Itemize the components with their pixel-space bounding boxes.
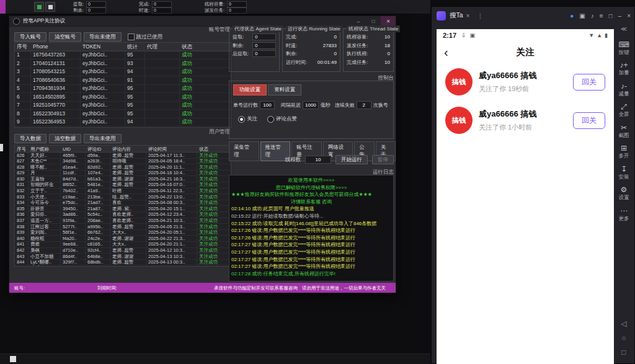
user-row[interactable]: 845 比瑶达 a89fe.. eb48.. 老师..超赞 2025-04-13… [15,265,231,267]
user-row[interactable]: 829 月 11cdf.. 107e4.. 老师..超赞 2025-04-16 … [15,171,231,177]
titlebar-tool-icon[interactable]: ● [570,12,574,19]
user-row[interactable]: 835 辞娇置 39450.. 21a87.. 老师..紫.. 2025-04-… [15,206,231,212]
column-header[interactable]: 状态 [197,146,229,152]
user-action-button[interactable]: 导出未使用 [84,134,122,143]
sidebar-tool[interactable]: ♪+ 加量 [618,61,629,77]
android-nav-button[interactable]: ○ [621,334,626,342]
column-header[interactable]: 评论ID [86,146,110,152]
user-action-button[interactable]: 导入数据 [14,134,47,143]
radio-option[interactable]: 关注 [238,115,257,123]
back-button[interactable]: ‹ [444,46,448,58]
android-nav-button[interactable]: □ [621,348,626,356]
follower-item[interactable]: 搞钱 威ya66666 搞钱 关注了你 19秒前 回关 [437,63,614,101]
emulator-titlebar[interactable]: 搜Ta × ⋮ ●▣♪≡□–× [432,7,634,24]
taskbar-icon[interactable] [45,2,55,12]
follow-back-button[interactable]: 回关 [573,112,605,129]
account-row[interactable]: 5 17094381934 eyJhbGci.. 95 成功 [15,85,231,94]
column-header[interactable]: TOKEN [81,43,125,51]
titlebar-tool-icon[interactable]: – [618,12,622,19]
pause-button[interactable]: 暂停 [372,155,394,164]
close-button[interactable]: ✕ [381,16,396,26]
user-row[interactable]: 834 今可乐今 e75dc.. 21ad7.. 喜欢 2025-04-08 0… [15,200,231,206]
column-header[interactable]: 评论内容 [110,146,146,152]
user-row[interactable]: 826 天天好.. 465f9.. d59a.. 老师..超赞 2025-04-… [15,153,231,159]
titlebar-tool-icon[interactable]: × [627,12,631,19]
user-action-button[interactable]: 清空数据 [49,134,81,143]
maximize-button[interactable]: □ [366,16,381,26]
account-row[interactable]: 8 16522304913 eyJhbGci.. 95 成功 [15,110,231,118]
column-header[interactable]: 统计 [125,43,145,51]
skip-used-checkbox[interactable] [128,33,135,40]
sidebar-tool[interactable]: ⊞ 多开 [618,144,629,160]
taskbar-app-icon[interactable] [10,356,16,362]
column-header[interactable]: UID [61,146,86,152]
avatar[interactable]: 搞钱 [445,107,473,134]
account-row[interactable]: 9 16522364953 eyJhbGci.. 94 成功 [15,118,231,127]
overlay-icon[interactable]: ⇩ [461,32,466,38]
kebab-menu-icon[interactable]: ⋮ [477,12,483,19]
user-row[interactable]: 839 爱刘闻.. 56f1e.. 6b762.. 大大x.. 2025-04-… [15,230,231,236]
user-row[interactable]: 833 小天使.. c19ae.. 213be.. 哇..超赞.. 2025-0… [15,194,231,200]
setting-input[interactable]: 100 [260,101,275,109]
emulator-tab[interactable]: 搜Ta [450,11,463,20]
column-header[interactable]: 代理 [145,43,180,51]
account-table[interactable]: 序号PhoneTOKEN统计代理状态 1 16756437263 eyJhbGc… [14,42,231,128]
sidebar-tool[interactable]: ⚙ 设置 [618,186,629,202]
follow-back-button[interactable]: 回关 [573,74,605,91]
column-header[interactable]: 序号 [15,146,29,152]
user-table[interactable]: 序号用户昵称UID评论ID评论内容评论时间状态 826 天天好.. 465f9.… [14,145,231,267]
collapse-icon[interactable]: ≪ [621,25,627,35]
user-row[interactable]: 840 糖棺框 f4a20.. 24c2e.. 老师..谢谢 2025-04-2… [15,236,231,242]
user-row[interactable]: 828 睡不醒.. d1ea4.. 82d92.. 老师..超赞 2025-04… [15,164,231,171]
avatar[interactable]: 搞钱 [445,68,473,95]
user-row[interactable]: 841 费磨 9ee68.. c8165.. 大大x.. 2025-04-20 … [15,242,231,248]
sidebar-tool[interactable]: ✂ 截图 [618,124,629,140]
column-header[interactable]: 评论时间 [146,146,197,152]
overlay-icon[interactable]: ▣ [470,32,476,38]
sidebar-tool[interactable]: ⋯ 更多 [618,207,629,223]
tab-close-icon[interactable]: × [466,12,470,19]
column-header[interactable]: Phone [31,43,81,51]
user-row[interactable]: 831 智糊的怀念 8f652.. 5481e.. 老师..超赞 2025-04… [15,182,231,189]
taskbar-icon[interactable] [34,2,44,12]
user-row[interactable]: 844 LyL*翻哪.. 329f7.. 68bdb.. 老师..超赞 2025… [15,260,231,266]
user-row[interactable]: 836 爱归你.. 3ad86.. 5c54c.. 喜欢老师.. 2025-04… [15,212,231,218]
column-header[interactable]: 用户昵称 [29,146,61,152]
android-nav-button[interactable]: ◁ [621,320,626,327]
sidebar-tool[interactable]: ⤢ 全屏 [618,103,629,118]
titlebar-tool-icon[interactable]: ♪ [591,12,594,19]
titlebar-tool-icon[interactable]: ▣ [579,12,585,19]
minimize-button[interactable]: – [351,16,366,26]
column-header[interactable]: 状态 [180,43,229,51]
account-row[interactable]: 6 16514502895 eyJhbGci.. 95 成功 [15,93,231,102]
titlebar-tool-icon[interactable]: ≡ [600,12,603,19]
account-row[interactable]: 3 17080543215 eyJhbGci.. 94 成功 [15,68,231,77]
user-row[interactable]: 842 枭棋 d710e.. 92cf4.. 老师..超赞 2025-04-12… [15,248,231,254]
sidebar-tool[interactable]: ♪- 减量 [618,82,629,98]
settings-tab[interactable]: 功能设置 [233,84,267,95]
account-row[interactable]: 4 17086540636 eyJhbGci.. 91 成功 [15,76,231,85]
column-header[interactable]: 序号 [15,43,31,51]
user-row[interactable]: 838 江南过客 5277f.. a995b.. 老师..超赞 2025-04-… [15,224,231,230]
user-row[interactable]: 832 立于于.. 7b402.. 41a9.. 吐槽 2025-04-11 2… [15,189,231,195]
follower-item[interactable]: 搞钱 威ya66666 搞钱 关注了你 1小时前 回关 [437,101,614,140]
sidebar-tool[interactable]: ↧ 安装 [618,166,629,181]
user-row[interactable]: 827 木鱼C** 34d98.. a263f.. 期待哦 2025-04-05… [15,159,231,165]
taskbar[interactable] [0,353,430,364]
account-action-button[interactable]: 导出未使用 [84,32,122,42]
account-action-button[interactable]: 导入账号 [14,32,47,42]
radio-option[interactable]: 评论点赞 [267,115,297,123]
start-button[interactable]: 开始运行 [335,155,368,164]
setting-input[interactable]: 2 [357,101,371,109]
account-row[interactable]: 2 17040124131 eyJhbGci.. 93 成功 [15,60,231,68]
user-row[interactable]: 830 王嘉怡 84d7d.. b61a3.. 老师..谢谢 2025-04-2… [15,176,231,182]
settings-tab[interactable]: 资料设置 [268,84,301,95]
setting-input[interactable]: 1000 [303,101,319,109]
account-row[interactable]: 7 19251045770 eyJhbGci.. 95 成功 [15,102,231,110]
user-row[interactable]: 837 逍遥一方.. 91f9a.. 208ae.. 喜欢老师.. 2025-0… [15,218,231,224]
account-action-button[interactable]: 清空账号 [49,32,81,42]
account-row[interactable]: 1 16756437263 eyJhbGci.. 95 成功 [15,51,231,60]
thread-count-input[interactable]: 10 [305,156,331,164]
sidebar-tool[interactable]: ⌨ 按键 [618,41,629,56]
user-row[interactable]: 843 小豆不加糖 86d4f.. 64b8e.. 老师..谢谢 2025-04… [15,254,231,260]
